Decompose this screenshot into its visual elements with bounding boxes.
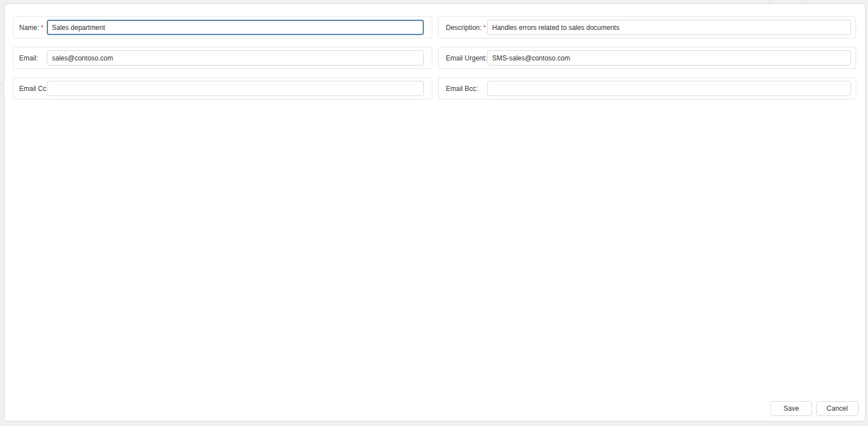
email-cc-input[interactable] xyxy=(47,81,424,96)
cancel-button[interactable]: Cancel xyxy=(816,401,858,416)
email-bcc-label: Email Bcc: xyxy=(439,85,487,93)
description-label-text: Description: xyxy=(446,24,481,32)
field-group-email: Email: xyxy=(13,47,432,69)
field-group-email-urgent: Email Urgent: xyxy=(438,47,856,69)
save-button[interactable]: Save xyxy=(770,401,812,416)
field-group-name: Name:* xyxy=(13,16,432,38)
required-marker: * xyxy=(483,24,486,32)
splitter-dot xyxy=(1,89,2,90)
name-input[interactable] xyxy=(47,20,424,35)
splitter-dot xyxy=(1,83,2,84)
form-column-left: Name:* Email: Email Cc: xyxy=(13,16,432,108)
form-column-right: Description:* Email Urgent: Email Bcc: xyxy=(438,16,856,108)
email-cc-label: Email Cc: xyxy=(14,85,47,93)
description-input[interactable] xyxy=(487,20,851,35)
footer-actions: Save Cancel xyxy=(770,401,858,416)
field-group-description: Description:* xyxy=(438,16,856,38)
email-urgent-input[interactable] xyxy=(487,50,851,66)
description-label: Description:* xyxy=(439,24,487,32)
field-group-email-bcc: Email Bcc: xyxy=(438,77,856,99)
splitter-handle[interactable] xyxy=(1,83,3,90)
required-marker: * xyxy=(41,24,43,32)
email-label: Email: xyxy=(14,54,47,62)
email-input[interactable] xyxy=(47,50,424,66)
name-label: Name:* xyxy=(14,24,47,32)
edit-form-panel: Name:* Email: Email Cc: Description:* Em… xyxy=(4,3,866,421)
name-label-text: Name: xyxy=(19,24,39,32)
field-group-email-cc: Email Cc: xyxy=(13,77,432,99)
email-bcc-input[interactable] xyxy=(487,81,851,96)
email-urgent-label: Email Urgent: xyxy=(439,54,487,62)
